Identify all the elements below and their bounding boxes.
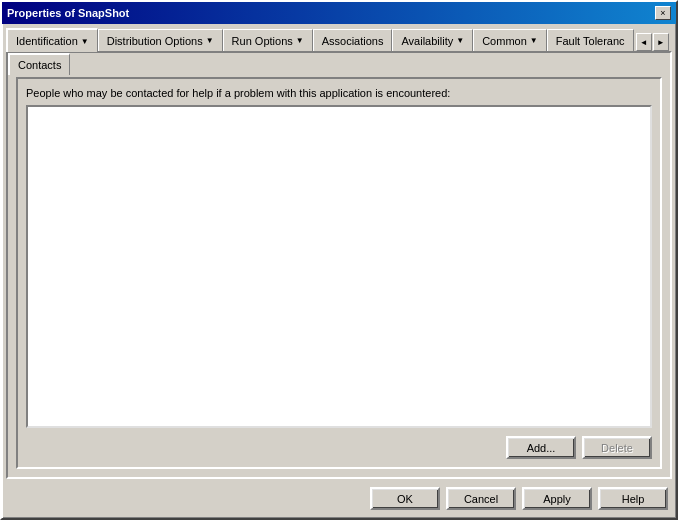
- tab-scroll-buttons: ◄ ►: [636, 33, 669, 51]
- tab-associations-label: Associations: [322, 35, 384, 47]
- contacts-textarea[interactable]: [26, 105, 652, 428]
- ok-button[interactable]: OK: [370, 487, 440, 510]
- tab-associations[interactable]: Associations: [313, 29, 393, 51]
- tab-scroll-next-button[interactable]: ►: [653, 33, 669, 51]
- delete-button[interactable]: Delete: [582, 436, 652, 459]
- chevron-right-icon: ►: [657, 38, 665, 47]
- chevron-down-icon: ▼: [296, 36, 304, 45]
- chevron-down-icon: ▼: [206, 36, 214, 45]
- contacts-panel: People who may be contacted for help if …: [16, 77, 662, 469]
- tab-availability[interactable]: Availability ▼: [392, 29, 473, 51]
- tab-common-label: Common: [482, 35, 527, 47]
- tabs-top-row: Identification ▼ Distribution Options ▼ …: [6, 28, 672, 51]
- window-title: Properties of SnapShot: [7, 7, 129, 19]
- tab-contacts[interactable]: Contacts: [8, 53, 70, 75]
- tab-fault-tolerance[interactable]: Fault Toleranc: [547, 29, 634, 51]
- chevron-down-icon: ▼: [81, 37, 89, 46]
- contacts-buttons: Add... Delete: [26, 436, 652, 459]
- tab-contacts-label: Contacts: [18, 59, 61, 71]
- tab-identification[interactable]: Identification ▼: [6, 28, 98, 52]
- add-button[interactable]: Add...: [506, 436, 576, 459]
- properties-window: Properties of SnapShot × Identification …: [0, 0, 678, 520]
- tab-common[interactable]: Common ▼: [473, 29, 547, 51]
- bottom-buttons: OK Cancel Apply Help: [6, 479, 672, 514]
- tab-run-options[interactable]: Run Options ▼: [223, 29, 313, 51]
- chevron-down-icon: ▼: [456, 36, 464, 45]
- cancel-button[interactable]: Cancel: [446, 487, 516, 510]
- tab-panel-outer: Contacts People who may be contacted for…: [6, 51, 672, 479]
- tab-fault-tolerance-label: Fault Toleranc: [556, 35, 625, 47]
- title-bar-buttons: ×: [655, 6, 671, 20]
- apply-button[interactable]: Apply: [522, 487, 592, 510]
- tab-scroll-prev-button[interactable]: ◄: [636, 33, 652, 51]
- tab-distribution-options-label: Distribution Options: [107, 35, 203, 47]
- tab-availability-label: Availability: [401, 35, 453, 47]
- title-bar: Properties of SnapShot ×: [2, 2, 676, 24]
- window-content: Identification ▼ Distribution Options ▼ …: [2, 24, 676, 518]
- close-button[interactable]: ×: [655, 6, 671, 20]
- chevron-down-icon: ▼: [530, 36, 538, 45]
- tab-distribution-options[interactable]: Distribution Options ▼: [98, 29, 223, 51]
- tab-identification-label: Identification: [16, 35, 78, 47]
- tab-run-options-label: Run Options: [232, 35, 293, 47]
- contacts-description: People who may be contacted for help if …: [26, 87, 652, 99]
- chevron-left-icon: ◄: [640, 38, 648, 47]
- tabs-row2: Contacts: [8, 53, 662, 75]
- help-button[interactable]: Help: [598, 487, 668, 510]
